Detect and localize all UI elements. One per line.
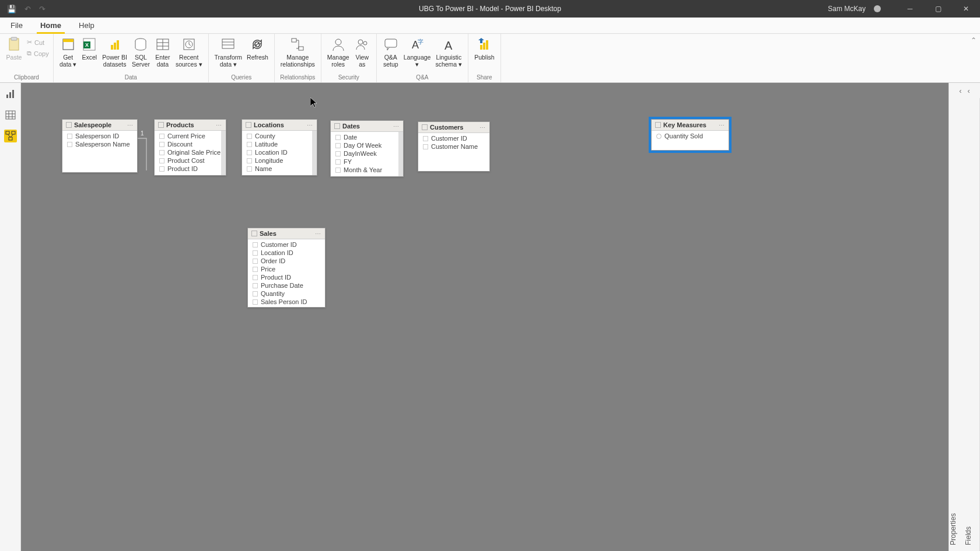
refresh-button[interactable]: Refresh bbox=[244, 35, 271, 62]
field-item[interactable]: Month & Year bbox=[331, 166, 403, 174]
column-icon bbox=[335, 135, 341, 140]
manage-roles-button[interactable]: Manage roles bbox=[325, 35, 352, 69]
svg-text:字: 字 bbox=[418, 39, 424, 45]
data-view-icon[interactable] bbox=[4, 109, 17, 121]
field-item[interactable]: Date bbox=[331, 133, 403, 141]
svg-rect-30 bbox=[483, 43, 485, 50]
field-item[interactable]: Discount bbox=[155, 140, 226, 148]
field-item[interactable]: Latitude bbox=[242, 140, 317, 148]
expand-fields-icon[interactable]: ‹ bbox=[968, 86, 970, 95]
field-item[interactable]: Quantity Sold bbox=[652, 132, 729, 140]
tab-home[interactable]: Home bbox=[37, 19, 65, 33]
field-item[interactable]: Price bbox=[248, 265, 325, 273]
field-item[interactable]: Sales Person ID bbox=[248, 298, 325, 306]
field-item[interactable]: Day Of Week bbox=[331, 141, 403, 149]
avatar[interactable] bbox=[874, 5, 881, 12]
table-menu-icon[interactable]: ⋯ bbox=[719, 122, 725, 128]
group-label-clipboard: Clipboard bbox=[4, 74, 50, 82]
field-item[interactable]: Salesperson ID bbox=[62, 132, 137, 140]
field-item[interactable]: Location ID bbox=[242, 148, 317, 156]
model-view-icon[interactable] bbox=[4, 130, 17, 142]
tab-help[interactable]: Help bbox=[75, 19, 98, 33]
save-icon[interactable]: 💾 bbox=[7, 5, 16, 13]
fields-pane-tab[interactable]: Fields bbox=[964, 98, 980, 551]
pbi-datasets-button[interactable]: Power BI datasets bbox=[100, 35, 130, 69]
excel-button[interactable]: XExcel bbox=[79, 35, 100, 62]
linguistic-schema-button[interactable]: ALinguistic schema ▾ bbox=[433, 35, 464, 69]
close-button[interactable]: ✕ bbox=[954, 0, 978, 18]
field-item[interactable]: Original Sale Price bbox=[155, 148, 226, 156]
recent-sources-button[interactable]: Recent sources ▾ bbox=[173, 35, 205, 69]
field-item[interactable]: Quantity bbox=[248, 290, 325, 298]
main-area: 1 * 1 1 1 1 Salespeople⋯ Salesperson ID bbox=[0, 83, 980, 551]
redo-icon[interactable]: ↷ bbox=[39, 5, 46, 13]
field-item[interactable]: Location ID bbox=[248, 249, 325, 257]
field-item[interactable]: Customer Name bbox=[418, 142, 489, 151]
table-title: Locations bbox=[254, 121, 304, 128]
svg-marker-61 bbox=[310, 97, 317, 107]
column-icon bbox=[247, 158, 252, 163]
undo-icon[interactable]: ↶ bbox=[24, 5, 31, 13]
table-key-measures[interactable]: Key Measures⋯ Quantity Sold bbox=[651, 119, 729, 151]
table-menu-icon[interactable]: ⋯ bbox=[393, 123, 400, 130]
publish-button[interactable]: Publish bbox=[472, 35, 496, 62]
chevron-down-icon: ▾ bbox=[199, 61, 202, 68]
field-item[interactable]: Order ID bbox=[248, 257, 325, 265]
field-item[interactable]: Product ID bbox=[155, 165, 226, 173]
table-locations[interactable]: Locations⋯ County Latitude Location ID L… bbox=[242, 119, 317, 176]
column-icon bbox=[253, 283, 258, 288]
table-customers[interactable]: Customers⋯ Customer ID Customer Name bbox=[418, 121, 490, 172]
svg-rect-21 bbox=[299, 47, 303, 50]
ribbon: ⌃ Paste ✂Cut ⧉Copy Clipboard Get data ▾ … bbox=[0, 34, 980, 83]
field-item[interactable]: Customer ID bbox=[248, 240, 325, 249]
model-canvas[interactable]: 1 * 1 1 1 1 Salespeople⋯ Salesperson ID bbox=[21, 83, 949, 551]
field-item[interactable]: Current Price bbox=[155, 132, 226, 140]
table-title: Sales bbox=[260, 230, 313, 237]
user-name[interactable]: Sam McKay bbox=[828, 5, 866, 13]
get-data-button[interactable]: Get data ▾ bbox=[57, 35, 79, 69]
copy-icon: ⧉ bbox=[27, 50, 32, 57]
view-as-button[interactable]: View as bbox=[352, 35, 373, 69]
language-button[interactable]: A字Language▾ bbox=[401, 35, 433, 69]
field-item[interactable]: Name bbox=[242, 165, 317, 173]
field-item[interactable]: County bbox=[242, 132, 317, 140]
report-view-icon[interactable] bbox=[4, 88, 17, 100]
table-salespeople[interactable]: Salespeople⋯ Salesperson ID Salesperson … bbox=[62, 119, 138, 173]
svg-point-23 bbox=[358, 40, 363, 44]
field-item[interactable]: Product Cost bbox=[155, 156, 226, 165]
svg-line-44 bbox=[10, 134, 13, 137]
field-item[interactable]: Longitude bbox=[242, 156, 317, 165]
field-item[interactable]: DayInWeek bbox=[331, 149, 403, 158]
enter-data-button[interactable]: Enter data bbox=[152, 35, 173, 69]
table-products[interactable]: Products⋯ Current Price Discount Origina… bbox=[154, 119, 226, 176]
field-item[interactable]: Salesperson Name bbox=[62, 140, 137, 148]
field-item[interactable]: Customer ID bbox=[418, 134, 489, 142]
transform-data-button[interactable]: Transform data ▾ bbox=[212, 35, 244, 69]
chevron-down-icon: ▾ bbox=[73, 61, 76, 68]
svg-rect-33 bbox=[9, 92, 11, 98]
sql-server-button[interactable]: SQL Server bbox=[130, 35, 152, 69]
table-dates[interactable]: Dates⋯ Date Day Of Week DayInWeek FY Mon… bbox=[330, 120, 404, 177]
properties-pane-tab[interactable]: Properties bbox=[949, 98, 964, 551]
field-item[interactable]: FY bbox=[331, 158, 403, 166]
table-menu-icon[interactable]: ⋯ bbox=[307, 122, 313, 128]
table-icon bbox=[246, 122, 251, 128]
table-sales[interactable]: Sales⋯ Customer ID Location ID Order ID … bbox=[247, 228, 326, 308]
field-item[interactable]: Purchase Date bbox=[248, 281, 325, 290]
column-icon bbox=[335, 151, 341, 156]
expand-properties-icon[interactable]: ‹ bbox=[959, 86, 961, 95]
qa-setup-button[interactable]: Q&A setup bbox=[380, 35, 401, 69]
collapse-ribbon-icon[interactable]: ⌃ bbox=[971, 36, 977, 44]
minimize-button[interactable]: ─ bbox=[898, 0, 922, 18]
field-item[interactable]: Product ID bbox=[248, 273, 325, 281]
maximize-button[interactable]: ▢ bbox=[926, 0, 950, 18]
table-menu-icon[interactable]: ⋯ bbox=[480, 124, 486, 131]
table-menu-icon[interactable]: ⋯ bbox=[127, 122, 134, 128]
manage-relationships-button[interactable]: Manage relationships bbox=[278, 35, 317, 69]
tab-file[interactable]: File bbox=[7, 19, 26, 33]
table-menu-icon[interactable]: ⋯ bbox=[315, 231, 321, 237]
svg-line-43 bbox=[8, 134, 10, 137]
column-icon bbox=[67, 142, 72, 147]
table-menu-icon[interactable]: ⋯ bbox=[216, 122, 222, 128]
cursor-icon bbox=[310, 97, 317, 108]
